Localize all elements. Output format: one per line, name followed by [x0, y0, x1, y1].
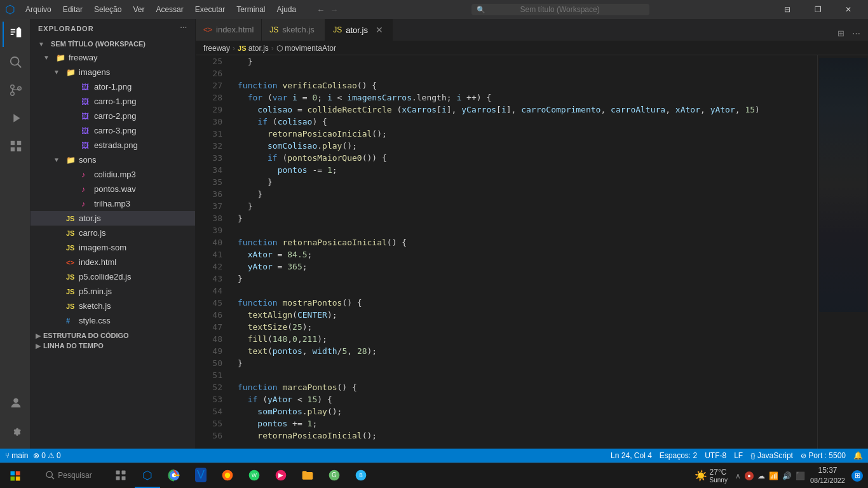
spaces[interactable]: Espaços: 2 — [660, 451, 697, 460]
close-button[interactable]: ✕ — [834, 0, 863, 19]
code-line: somColisao.play(); — [238, 140, 817, 152]
tree-file-ator1[interactable]: 🖼 ator-1.png — [31, 79, 195, 94]
nav-fwd[interactable]: → — [330, 5, 338, 15]
sys-tray-2[interactable]: ☁ — [757, 471, 765, 480]
port[interactable]: ⊘ Port : 5500 — [801, 451, 846, 460]
split-editor-button[interactable]: ⊞ — [835, 26, 847, 41]
breadcrumb-atorjs[interactable]: JS ator.js — [238, 44, 269, 53]
git-branch[interactable]: ⑂ main — [5, 451, 28, 460]
tree-folder-imagens[interactable]: ▼ 📁 imagens — [31, 65, 195, 79]
battery-icon[interactable]: ⬛ — [796, 471, 805, 480]
activity-bar — [0, 19, 31, 449]
code-structure-section: ▶ ESTRUTURA DO CÓDIGO — [31, 330, 195, 341]
more-actions-button[interactable]: ⋯ — [850, 26, 863, 41]
timeline-header[interactable]: ▶ LINHA DO TEMPO — [31, 341, 195, 351]
file-label: ator-1.png — [94, 82, 132, 92]
menu-acessar[interactable]: Acessar — [151, 4, 188, 15]
tree-file-trilha[interactable]: ♪ trilha.mp3 — [31, 196, 195, 211]
tree-file-imagem-som[interactable]: JS imagem-som — [31, 240, 195, 255]
tab-ator-js[interactable]: JS ator.js ✕ — [325, 19, 393, 41]
line-ending[interactable]: LF — [734, 451, 743, 460]
taskbar-whatsapp[interactable]: W — [241, 464, 267, 488]
volume-icon[interactable]: 🔊 — [782, 471, 792, 480]
tree-file-p5collide[interactable]: JS p5.collide2d.js — [31, 269, 195, 284]
taskbar-search[interactable]: Pesquisar — [31, 464, 107, 488]
taskbar-vscode[interactable]: ⬡ — [135, 464, 160, 488]
tree-file-carro1[interactable]: 🖼 carro-1.png — [31, 94, 195, 109]
tree-file-p5min[interactable]: JS p5.min.js — [31, 284, 195, 299]
tree-file-carro-js[interactable]: JS carro.js — [31, 226, 195, 240]
sidebar-explorer-icon[interactable] — [3, 22, 28, 47]
png-icon: 🖼 — [81, 141, 92, 150]
sidebar-settings-icon[interactable] — [3, 418, 28, 444]
sidebar-debug-icon[interactable] — [3, 105, 28, 131]
tab-index-html[interactable]: <> index.html — [196, 19, 262, 41]
taskbar-vscode2[interactable]: V — [188, 464, 214, 488]
vscode-icon: ⬡ — [5, 3, 15, 17]
code-line: xAtor = 84.5; — [238, 248, 817, 261]
tab-sketch-js[interactable]: JS sketch.js — [262, 19, 325, 41]
code-structure-header[interactable]: ▶ ESTRUTURA DO CÓDIGO — [31, 330, 195, 341]
tree-file-ator-js[interactable]: JS ator.js — [31, 211, 195, 226]
taskbar-task-view[interactable] — [108, 464, 133, 488]
start-button[interactable] — [5, 466, 25, 486]
menu-ver[interactable]: Ver — [128, 4, 149, 15]
code-line: } — [238, 188, 817, 200]
taskbar-gamepad[interactable]: G — [322, 464, 347, 488]
tree-file-sketch-js[interactable]: JS sketch.js — [31, 299, 195, 313]
menu-terminal[interactable]: Terminal — [231, 4, 270, 15]
notifications[interactable]: 🔔 — [853, 451, 863, 460]
sidebar-extensions-icon[interactable] — [3, 133, 28, 159]
timeline-section: ▶ LINHA DO TEMPO — [31, 341, 195, 351]
minimize-button[interactable]: ⊟ — [773, 0, 802, 19]
taskbar-browser2[interactable]: B — [348, 464, 374, 488]
tree-file-index-html[interactable]: <> index.html — [31, 255, 195, 269]
taskbar-clock[interactable]: 15:37 08/12/2022 — [810, 465, 845, 485]
breadcrumb-movimenta[interactable]: ⬡ movimentaAtor — [276, 44, 336, 53]
menu-editar[interactable]: Editar — [58, 4, 88, 15]
tree-file-colidiu[interactable]: ♪ colidiu.mp3 — [31, 167, 195, 182]
encoding[interactable]: UTF-8 — [705, 451, 726, 460]
code-editor[interactable]: }function verificaColisao() { for (var i… — [227, 55, 817, 449]
sidebar-account-icon[interactable] — [3, 390, 28, 416]
breadcrumb-freeway[interactable]: freeway — [203, 44, 230, 53]
temperature: 27°C — [710, 468, 728, 477]
png-icon: 🖼 — [81, 83, 92, 92]
minimap-canvas — [818, 55, 868, 449]
language-mode[interactable]: {} JavaScript — [750, 451, 793, 460]
tree-file-carro2[interactable]: 🖼 carro-2.png — [31, 109, 195, 123]
error-count[interactable]: ⊗ 0 ⚠ 0 — [33, 451, 60, 460]
tree-file-style-css[interactable]: # style.css — [31, 313, 195, 328]
cursor-position[interactable]: Ln 24, Col 4 — [611, 451, 652, 460]
maximize-button[interactable]: ❐ — [803, 0, 832, 19]
tab-close-button[interactable]: ✕ — [374, 25, 384, 35]
tab-label: sketch.js — [282, 25, 315, 34]
menu-selecao[interactable]: Seleção — [89, 4, 126, 15]
sidebar-git-icon[interactable] — [3, 78, 28, 103]
search-input[interactable] — [471, 4, 649, 15]
tree-folder-sons[interactable]: ▼ 📁 sons — [31, 152, 195, 167]
menu-ajuda[interactable]: Ajuda — [272, 4, 302, 15]
menu-arquivo[interactable]: Arquivo — [20, 4, 57, 15]
tree-file-estrada[interactable]: 🖼 estrada.png — [31, 138, 195, 152]
up-arrow-icon[interactable]: ∧ — [735, 471, 741, 480]
explorer-panel: EXPLORADOR ⋯ ▼ SEM TÍTULO (WORKSPACE) ▼ … — [31, 19, 196, 449]
folder-icon: 📁 — [66, 68, 76, 77]
tree-folder-freeway[interactable]: ▼ 📁 freeway — [31, 50, 195, 65]
nav-back[interactable]: ← — [316, 5, 325, 15]
svg-text:B: B — [359, 472, 363, 478]
taskbar-chrome[interactable] — [161, 464, 187, 488]
tree-file-pontos[interactable]: ♪ pontos.wav — [31, 182, 195, 196]
sys-tray-1[interactable]: ● — [745, 471, 754, 480]
taskbar-firefox[interactable] — [215, 464, 240, 488]
notification-icon[interactable]: ⊞ — [851, 470, 863, 482]
workspace-label[interactable]: ▼ SEM TÍTULO (WORKSPACE) — [31, 37, 195, 50]
sidebar-search-icon[interactable] — [3, 50, 28, 75]
explorer-header-actions[interactable]: ⋯ — [180, 24, 187, 32]
taskbar-music[interactable]: ▶ — [268, 464, 294, 488]
menu-executar[interactable]: Executar — [190, 4, 230, 15]
wifi-icon[interactable]: 📶 — [769, 471, 778, 480]
tree-file-carro3[interactable]: 🖼 carro-3.png — [31, 123, 195, 138]
code-line: text(pontos, width/5, 28); — [238, 345, 817, 357]
taskbar-files[interactable] — [295, 464, 320, 488]
